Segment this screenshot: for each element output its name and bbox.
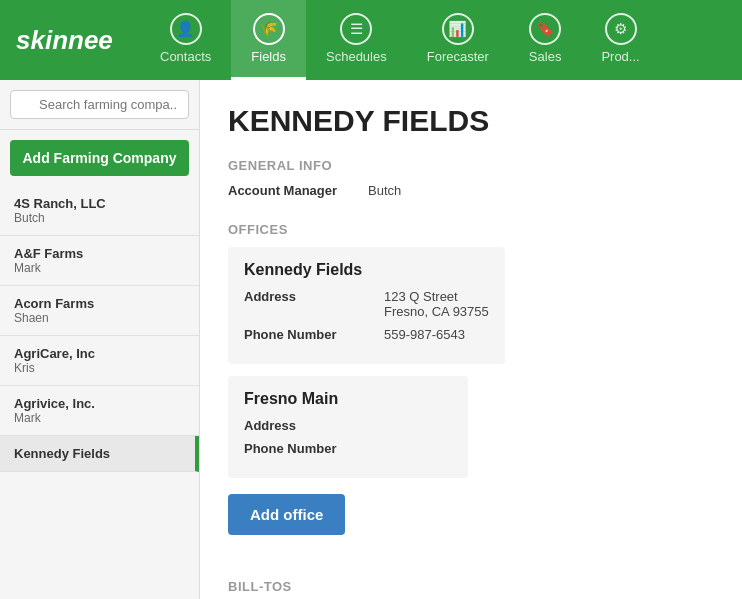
add-office-button[interactable]: Add office	[228, 494, 345, 535]
list-item[interactable]: Agrivice, Inc.Mark	[0, 386, 199, 436]
nav-label-products: Prod...	[601, 49, 639, 64]
address-value: 123 Q Street Fresno, CA 93755	[384, 289, 489, 319]
phone-value: 559-987-6543	[384, 327, 465, 342]
nav-label-schedules: Schedules	[326, 49, 387, 64]
list-item[interactable]: A&F FarmsMark	[0, 236, 199, 286]
nav-item-schedules[interactable]: ☰ Schedules	[306, 0, 407, 80]
sidebar: 🔍 Add Farming Company 4S Ranch, LLCButch…	[0, 80, 200, 599]
account-manager-row: Account Manager Butch	[228, 183, 714, 198]
page-title: KENNEDY FIELDS	[228, 104, 714, 138]
office-name: Fresno Main	[244, 390, 452, 408]
phone-row: Phone Number 559-987-6543	[244, 327, 489, 342]
company-contact: Mark	[14, 411, 185, 425]
nav-item-forecaster[interactable]: 📊 Forecaster	[407, 0, 509, 80]
nav-bar: skinnee 👤 Contacts 🌾 Fields ☰ Schedules …	[0, 0, 742, 80]
company-name: Acorn Farms	[14, 296, 185, 311]
account-manager-value: Butch	[368, 183, 401, 198]
list-item[interactable]: Acorn FarmsShaen	[0, 286, 199, 336]
products-icon: ⚙	[605, 13, 637, 45]
offices-section: OFFICES Kennedy Fields Address 123 Q Str…	[228, 222, 714, 559]
office-card: Fresno Main Address Phone Number	[228, 376, 468, 478]
company-name: Agrivice, Inc.	[14, 396, 185, 411]
search-box: 🔍	[0, 80, 199, 130]
phone-label: Phone Number	[244, 327, 384, 342]
nav-label-fields: Fields	[251, 49, 286, 64]
nav-item-sales[interactable]: 🔖 Sales	[509, 0, 582, 80]
company-contact: Shaen	[14, 311, 185, 325]
forecaster-icon: 📊	[442, 13, 474, 45]
company-name: Kennedy Fields	[14, 446, 181, 461]
nav-label-contacts: Contacts	[160, 49, 211, 64]
address-row: Address	[244, 418, 452, 433]
nav-item-contacts[interactable]: 👤 Contacts	[140, 0, 231, 80]
office-name: Kennedy Fields	[244, 261, 489, 279]
account-manager-label: Account Manager	[228, 183, 368, 198]
list-item[interactable]: AgriCare, IncKris	[0, 336, 199, 386]
search-wrapper: 🔍	[10, 90, 189, 119]
sales-icon: 🔖	[529, 13, 561, 45]
phone-label: Phone Number	[244, 441, 384, 456]
company-contact: Kris	[14, 361, 185, 375]
company-name: 4S Ranch, LLC	[14, 196, 185, 211]
nav-item-fields[interactable]: 🌾 Fields	[231, 0, 306, 80]
company-name: A&F Farms	[14, 246, 185, 261]
list-item[interactable]: Kennedy Fields	[0, 436, 199, 472]
company-contact: Butch	[14, 211, 185, 225]
company-list: 4S Ranch, LLCButchA&F FarmsMarkAcorn Far…	[0, 186, 199, 599]
nav-label-forecaster: Forecaster	[427, 49, 489, 64]
nav-label-sales: Sales	[529, 49, 562, 64]
office-card: Kennedy Fields Address 123 Q Street Fres…	[228, 247, 505, 364]
layout: 🔍 Add Farming Company 4S Ranch, LLCButch…	[0, 80, 742, 599]
schedules-icon: ☰	[340, 13, 372, 45]
company-contact: Mark	[14, 261, 185, 275]
general-info-section: GENERAL INFO Account Manager Butch	[228, 158, 714, 198]
search-input[interactable]	[10, 90, 189, 119]
general-info-section-title: GENERAL INFO	[228, 158, 714, 173]
add-farming-company-button[interactable]: Add Farming Company	[10, 140, 189, 176]
address-label: Address	[244, 418, 384, 433]
list-item[interactable]: 4S Ranch, LLCButch	[0, 186, 199, 236]
company-name: AgriCare, Inc	[14, 346, 185, 361]
address-label: Address	[244, 289, 384, 304]
main-content: KENNEDY FIELDS GENERAL INFO Account Mana…	[200, 80, 742, 599]
bill-tos-section: BILL-TOS Kennedy Fields Address 123 Q St…	[228, 579, 714, 599]
app-logo: skinnee	[0, 25, 140, 56]
phone-row: Phone Number	[244, 441, 452, 456]
offices-section-title: OFFICES	[228, 222, 714, 237]
offices-grid: Kennedy Fields Address 123 Q Street Fres…	[228, 247, 714, 478]
address-row: Address 123 Q Street Fresno, CA 93755	[244, 289, 489, 319]
nav-items: 👤 Contacts 🌾 Fields ☰ Schedules 📊 Foreca…	[140, 0, 742, 80]
nav-item-products[interactable]: ⚙ Prod...	[581, 0, 659, 80]
fields-icon: 🌾	[253, 13, 285, 45]
contacts-icon: 👤	[170, 13, 202, 45]
bill-tos-section-title: BILL-TOS	[228, 579, 714, 594]
